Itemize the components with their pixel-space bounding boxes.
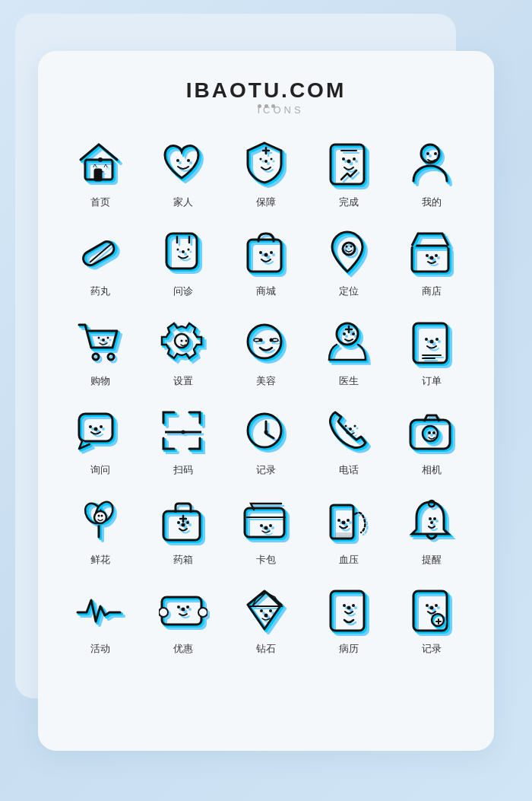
icon-label-bloodpressure: 血压 xyxy=(339,554,359,566)
icon-scan: 扫码 xyxy=(144,397,223,481)
icon-label-wallet: 卡包 xyxy=(256,554,276,566)
svg-point-125 xyxy=(343,604,346,607)
icon-shield: 保障 xyxy=(226,129,306,213)
svg-point-47 xyxy=(181,339,183,342)
svg-point-25 xyxy=(177,249,179,251)
svg-point-130 xyxy=(426,604,429,607)
svg-point-30 xyxy=(259,251,262,254)
svg-point-7 xyxy=(264,160,268,163)
svg-rect-123 xyxy=(331,591,364,631)
icon-record: 记录 xyxy=(226,397,306,481)
icon-label-flower: 鲜花 xyxy=(90,554,110,566)
svg-point-31 xyxy=(270,251,273,254)
svg-point-72 xyxy=(182,431,185,434)
svg-point-131 xyxy=(435,604,438,607)
svg-rect-23 xyxy=(166,234,197,269)
icon-label-scan: 扫码 xyxy=(173,464,193,476)
svg-point-83 xyxy=(428,431,431,434)
svg-point-9 xyxy=(270,157,272,160)
svg-rect-104 xyxy=(335,532,352,539)
icon-label-history: 病历 xyxy=(339,643,359,655)
svg-point-42 xyxy=(102,339,105,342)
svg-point-119 xyxy=(264,614,268,618)
svg-point-99 xyxy=(264,526,268,529)
icon-wallet: 卡包 xyxy=(226,487,306,571)
icon-logs: 记录 xyxy=(391,576,471,660)
svg-point-126 xyxy=(352,604,355,607)
icon-activity: 活动 xyxy=(61,576,141,660)
svg-point-95 xyxy=(177,521,180,524)
svg-point-89 xyxy=(94,511,106,523)
svg-point-78 xyxy=(353,425,356,428)
svg-point-48 xyxy=(185,339,188,342)
icon-label-store: 商店 xyxy=(422,285,442,297)
svg-rect-122 xyxy=(332,593,366,632)
icon-bloodpressure: 血压 xyxy=(309,487,388,571)
icon-family: 家人 xyxy=(144,129,223,213)
svg-point-38 xyxy=(426,254,429,257)
svg-point-75 xyxy=(264,431,268,434)
svg-point-41 xyxy=(108,354,114,360)
svg-point-29 xyxy=(264,253,268,257)
svg-point-124 xyxy=(347,606,350,610)
svg-rect-10 xyxy=(332,146,366,186)
svg-point-32 xyxy=(343,243,355,255)
icon-label-reminder: 提醒 xyxy=(422,554,442,566)
subtitle: ICONS xyxy=(61,104,471,108)
svg-point-114 xyxy=(159,608,168,617)
svg-rect-60 xyxy=(413,323,447,363)
svg-point-101 xyxy=(269,524,272,527)
svg-rect-80 xyxy=(410,420,450,449)
card-header: IBAOTU.COM ICONS xyxy=(61,78,471,108)
svg-point-129 xyxy=(429,606,433,610)
icon-label-medkit: 药箱 xyxy=(173,554,193,566)
icon-store: 商店 xyxy=(391,218,471,302)
svg-point-17 xyxy=(426,152,429,155)
icon-label-location: 定位 xyxy=(339,285,359,297)
icon-label-shop: 商城 xyxy=(256,285,276,297)
site-title: IBAOTU.COM xyxy=(61,78,471,103)
icon-label-logs: 记录 xyxy=(422,643,442,655)
icon-location: 定位 xyxy=(309,218,388,302)
svg-point-94 xyxy=(182,523,185,526)
svg-point-57 xyxy=(343,332,346,335)
icon-label-record: 记录 xyxy=(256,464,276,476)
subtitle-text: ICONS xyxy=(258,104,261,108)
icon-label-pill: 药丸 xyxy=(90,285,110,297)
icon-label-activity: 活动 xyxy=(90,643,110,655)
icons-grid: ^‿^ 首页 家人 xyxy=(61,129,471,660)
svg-rect-35 xyxy=(413,247,450,273)
svg-point-14 xyxy=(353,157,356,161)
svg-point-100 xyxy=(260,524,263,527)
icon-settings: 设置 xyxy=(144,308,223,392)
svg-point-62 xyxy=(425,338,428,341)
svg-point-118 xyxy=(186,606,189,609)
dot1 xyxy=(264,104,268,108)
svg-rect-112 xyxy=(163,599,203,626)
svg-point-26 xyxy=(188,249,190,251)
svg-point-90 xyxy=(98,514,100,517)
svg-rect-97 xyxy=(246,510,286,539)
icon-reminder: 提醒 xyxy=(391,487,471,571)
icon-pill: 药丸 xyxy=(61,218,141,302)
svg-point-18 xyxy=(434,152,437,155)
icon-order: 订单 xyxy=(391,308,471,392)
svg-point-115 xyxy=(198,608,207,617)
svg-point-110 xyxy=(433,517,436,520)
icon-label-consult: 问诊 xyxy=(173,285,193,297)
svg-point-13 xyxy=(342,157,345,161)
svg-point-111 xyxy=(430,521,433,524)
svg-point-77 xyxy=(344,425,347,428)
icon-discount: 优惠 xyxy=(144,576,223,660)
icon-label-shield: 保障 xyxy=(256,196,276,208)
svg-point-63 xyxy=(435,338,439,341)
svg-point-116 xyxy=(182,608,185,612)
icon-history: 病历 xyxy=(309,576,388,660)
svg-point-58 xyxy=(352,332,355,335)
svg-point-37 xyxy=(429,256,433,260)
icon-label-camera: 相机 xyxy=(422,464,442,476)
icon-doctor: 医生 xyxy=(309,308,388,392)
icon-beauty: 美容 xyxy=(226,308,306,392)
icon-label-mine: 我的 xyxy=(422,196,442,208)
icon-label-phone: 电话 xyxy=(339,464,359,476)
